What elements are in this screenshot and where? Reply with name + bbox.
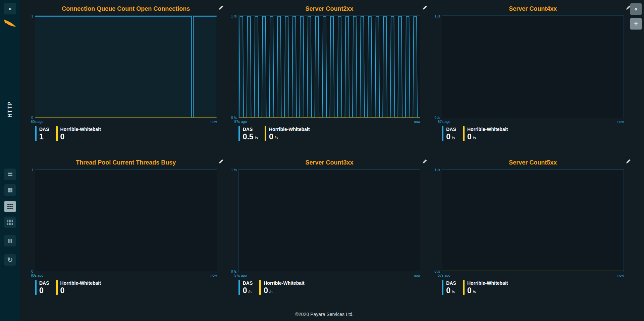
legend-series-name: DAS [446, 280, 456, 286]
x-axis-start-label: 60s ago [31, 273, 43, 277]
edit-chart-button[interactable] [421, 158, 428, 166]
chart-header: Connection Queue Count Open Connections [35, 4, 217, 15]
x-axis-start-label: 57s ago [438, 120, 450, 124]
chart-title: Thread Pool Current Threads Busy [35, 158, 217, 167]
y-axis-min-label: 0 /s [434, 269, 440, 273]
edit-chart-button[interactable] [218, 158, 225, 166]
legend-series-name: DAS [39, 127, 49, 132]
y-axis-max-label: 1 [31, 14, 33, 18]
legend-series-name: Horrible-Whitebait [60, 280, 101, 286]
grid-3x3-icon [7, 203, 13, 210]
line-chart [238, 15, 421, 118]
legend-series-value: 0 /s [446, 132, 456, 143]
y-axis-min-label: 0 /s [434, 116, 440, 120]
rows-layout-icon [7, 171, 13, 177]
layout-rows-button[interactable] [4, 169, 16, 180]
legend-item-horrible-whitebait: Horrible-Whitebait 0 [56, 280, 101, 297]
legend-series-name: DAS [39, 280, 49, 286]
legend-color-bar [56, 126, 58, 141]
legend-series-name: DAS [243, 280, 253, 286]
legend-color-bar [238, 126, 240, 141]
y-axis-max-label: 1 /s [231, 168, 237, 172]
chart-panel: Thread Pool Current Threads Busy 1 0 60s… [35, 158, 217, 297]
legend-series-value: 0 /s [269, 132, 310, 143]
legend-series-name: Horrible-Whitebait [264, 280, 304, 286]
legend-series-unit: /s [473, 287, 476, 296]
x-axis-end-label: now [210, 273, 217, 277]
pause-button[interactable] [4, 235, 16, 246]
pause-icon [7, 238, 13, 244]
pencil-icon [422, 5, 427, 10]
legend-color-bar [56, 280, 58, 295]
plot-area: 1 /s 0 /s [442, 169, 624, 272]
y-axis-max-label: 1 /s [434, 14, 440, 18]
layout-grid-2-button[interactable] [4, 184, 16, 196]
edit-chart-button[interactable] [421, 4, 428, 12]
legend-color-bar [442, 280, 443, 295]
x-axis-end-label: now [210, 120, 217, 124]
layout-grid-4-button[interactable] [4, 217, 16, 228]
refresh-button[interactable]: ↻ [4, 254, 16, 266]
legend-series-value: 0 /s [467, 286, 508, 296]
legend-series-unit: /s [452, 134, 455, 143]
chart-legend: DAS 1 Horrible-Whitebait 0 [35, 126, 217, 143]
chart-legend: DAS 0.5 /s Horrible-Whitebait 0 /s [238, 126, 421, 143]
legend-series-value: 0 [39, 286, 49, 295]
x-axis-start-label: 60s ago [31, 120, 43, 124]
chart-header: Server Count3xx [238, 158, 421, 169]
x-axis: 57s ago now [442, 272, 624, 279]
x-axis-end-label: now [414, 273, 420, 277]
legend-series-unit: /s [275, 134, 278, 143]
grid-4x4-icon [7, 219, 13, 225]
chart-panel: Server Count4xx 1 /s 0 /s 57s ago now DA… [442, 4, 624, 143]
legend-item-das: DAS 0 [35, 280, 49, 297]
layout-grid-3-button[interactable] [4, 201, 16, 212]
plot-area: 1 0 [35, 169, 217, 272]
footer-copyright: ©2020 Payara Services Ltd. [20, 309, 629, 321]
chart-legend: DAS 0 /s Horrible-Whitebait 0 /s [442, 126, 624, 143]
x-axis-end-label: now [414, 120, 420, 124]
legend-item-horrible-whitebait: Horrible-Whitebait 0 [56, 126, 101, 143]
y-axis-min-label: 0 /s [231, 116, 237, 120]
legend-series-value: 0.5 /s [243, 132, 258, 143]
refresh-icon: ↻ [7, 256, 13, 264]
legend-series-name: DAS [446, 127, 456, 132]
legend-series-name: Horrible-Whitebait [467, 127, 508, 132]
chart-legend: DAS 0 /s Horrible-Whitebait 0 /s [442, 280, 624, 297]
collapse-panel-button[interactable]: « [630, 3, 642, 15]
chart-panel: Server Count2xx 1 /s 0 /s 57s ago now DA… [238, 4, 421, 143]
chart-panel: Server Count3xx 1 /s 0 /s 57s ago now DA… [238, 158, 421, 297]
x-axis: 60s ago now [35, 118, 217, 125]
legend-series-value: 0 /s [243, 286, 253, 296]
chart-header: Server Count5xx [442, 158, 624, 169]
line-chart [238, 169, 421, 272]
y-axis-min-label: 0 [31, 269, 33, 273]
legend-series-unit: /s [452, 287, 455, 296]
add-chart-button[interactable]: + [630, 18, 642, 30]
chevron-double-left-icon: « [634, 6, 637, 12]
line-chart [35, 15, 217, 118]
legend-series-value: 0 [60, 132, 101, 141]
legend-item-das: DAS 1 [35, 126, 49, 143]
right-rail: « + [629, 0, 644, 321]
chart-title: Server Count4xx [442, 4, 624, 13]
plot-area: 1 /s 0 /s [442, 15, 624, 118]
chart-legend: DAS 0 /s Horrible-Whitebait 0 /s [238, 280, 421, 297]
edit-chart-button[interactable] [218, 4, 225, 12]
x-axis-start-label: 57s ago [234, 273, 247, 277]
legend-item-das: DAS 0 /s [238, 280, 253, 297]
payara-logo [3, 19, 17, 29]
main-content: Connection Queue Count Open Connections … [20, 0, 629, 321]
chart-panel: Server Count5xx 1 /s 0 /s 57s ago now DA… [442, 158, 624, 297]
x-axis-end-label: now [618, 120, 624, 124]
legend-color-bar [442, 126, 443, 141]
x-axis: 57s ago now [238, 118, 421, 125]
legend-series-unit: /s [248, 287, 251, 296]
expand-sidebar-button[interactable]: » [4, 3, 16, 14]
legend-item-horrible-whitebait: Horrible-Whitebait 0 /s [259, 280, 304, 297]
legend-color-bar [238, 280, 240, 295]
chart-header: Server Count4xx [442, 4, 624, 15]
legend-color-bar [265, 126, 266, 141]
y-axis-min-label: 0 [31, 116, 33, 120]
legend-item-horrible-whitebait: Horrible-Whitebait 0 /s [463, 126, 508, 143]
